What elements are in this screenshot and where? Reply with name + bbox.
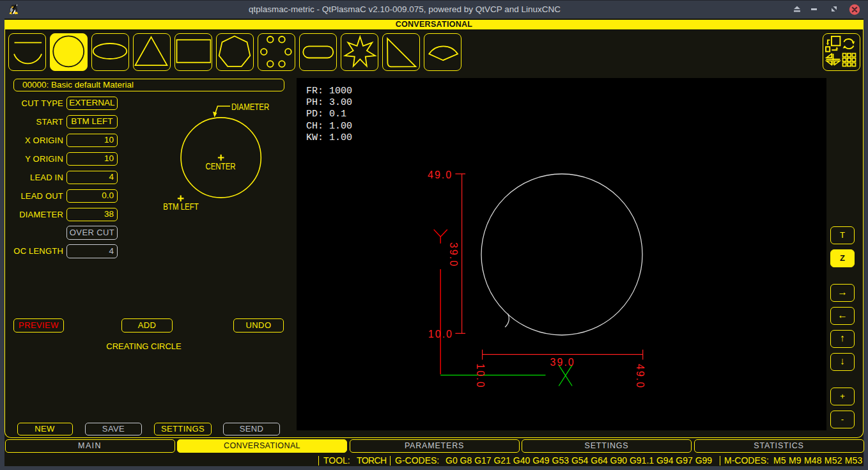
svg-text:49.0: 49.0 xyxy=(428,169,453,180)
svg-text:39.0: 39.0 xyxy=(448,242,459,267)
svg-text:10.0: 10.0 xyxy=(475,364,486,389)
svg-text:49.0: 49.0 xyxy=(635,364,646,389)
svg-text:10.0: 10.0 xyxy=(428,329,453,340)
svg-text:39.0: 39.0 xyxy=(550,357,575,368)
